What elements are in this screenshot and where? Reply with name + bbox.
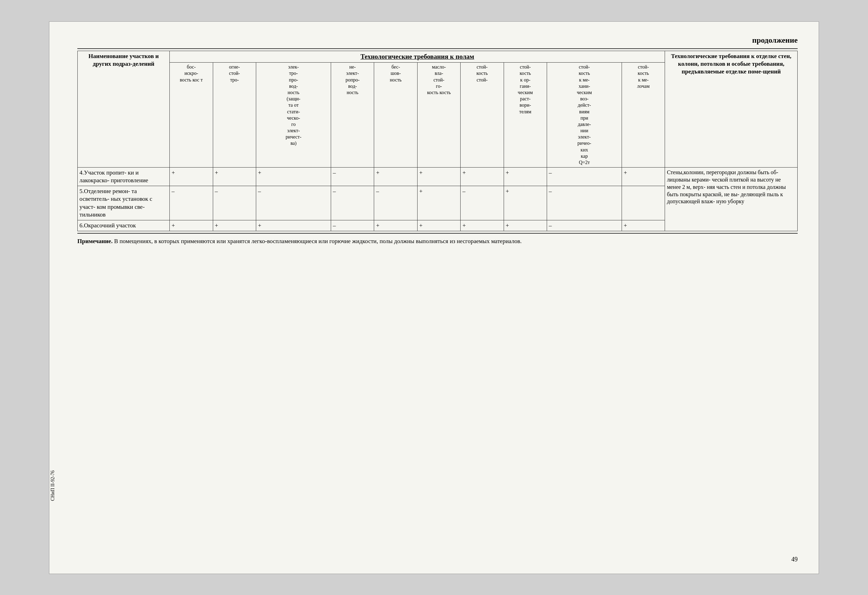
row3-c2: +	[213, 220, 256, 231]
sub-col-10: стой-костьк ме-лочам	[621, 63, 665, 168]
row1-c8: +	[503, 168, 547, 186]
note-section: Примечание. В помещениях, в которых прим…	[77, 237, 798, 246]
row2-c10	[621, 186, 665, 220]
row1-c2: +	[213, 168, 256, 186]
row1-c4: –	[331, 168, 374, 186]
row2-c6: +	[417, 186, 460, 220]
row2-c1: –	[170, 186, 213, 220]
row3-c7: +	[461, 220, 503, 231]
col-name-header: Наименование участков и других подраз-де…	[78, 51, 170, 168]
row3-c6: +	[417, 220, 460, 231]
row1-c10: +	[621, 168, 665, 186]
side-label: СНиП II-92-76	[50, 470, 56, 501]
row3-c10: +	[621, 220, 665, 231]
row2-name: 5.Отделение ремон- та осветитель- ных ус…	[78, 186, 170, 220]
row1-c9: –	[547, 168, 622, 186]
sub-col-3: элек-тро-про-вод-ность(защи-та отстати-ч…	[256, 63, 331, 168]
row3-name: 6.Окрасочний участок	[78, 220, 170, 231]
sub-col-6: масло-вла-стой-го-кость кость	[417, 63, 460, 168]
row1-c5: +	[374, 168, 417, 186]
sub-col-8: стой-костьк ор-гани-ческимраст-вори-теля…	[503, 63, 547, 168]
row3-c3: +	[256, 220, 331, 231]
row1-c3: +	[256, 168, 331, 186]
row1-c1: +	[170, 168, 213, 186]
row2-c7: –	[461, 186, 503, 220]
row1-c6: +	[417, 168, 460, 186]
row2-c5: –	[374, 186, 417, 220]
row2-c2: –	[213, 186, 256, 220]
last-col-header: Технологические требования к отделке сте…	[665, 51, 798, 168]
row3-c4: –	[331, 220, 374, 231]
sub-col-5: бес-шов-ность	[374, 63, 417, 168]
row2-c3: –	[256, 186, 331, 220]
row3-c8: +	[503, 220, 547, 231]
row2-c8: +	[503, 186, 547, 220]
table-row: 4.Участок пропит- ки и лакокраско- приго…	[78, 168, 798, 186]
header-row: Наименование участков и других подраз-де…	[78, 51, 798, 63]
page-container: продолжение Наименование участков и друг…	[0, 0, 868, 595]
note-label: Примечание.	[77, 238, 113, 244]
sub-col-4: не-элект-ропро-вод-ность	[331, 63, 374, 168]
row2-c9: –	[547, 186, 622, 220]
row3-c1: +	[170, 220, 213, 231]
page-number: 49	[791, 556, 798, 563]
document-page: продолжение Наименование участков и друг…	[49, 21, 819, 574]
continuation-label: продолжение	[77, 36, 798, 45]
row3-c5: +	[374, 220, 417, 231]
sub-col-9: стой-костьк ме-хани-ческимвоз-дейст-виям…	[547, 63, 622, 168]
row1-c7: +	[461, 168, 503, 186]
tech-req-header: Технологические требования к полам	[170, 51, 665, 63]
main-table: Наименование участков и других подраз-де…	[77, 51, 798, 231]
row3-c9: –	[547, 220, 622, 231]
row1-notes: Стены,колонин, перегородки должны быть о…	[665, 168, 798, 231]
row2-c4: –	[331, 186, 374, 220]
sub-col-2: огне-стой-тро-	[213, 63, 256, 168]
sub-col-1: бос-искро-вость кос т	[170, 63, 213, 168]
row1-name: 4.Участок пропит- ки и лакокраско- приго…	[78, 168, 170, 186]
sub-col-7: стой-костьстой-	[461, 63, 503, 168]
note-text: В помещениях, в которых применяются или …	[114, 238, 522, 244]
